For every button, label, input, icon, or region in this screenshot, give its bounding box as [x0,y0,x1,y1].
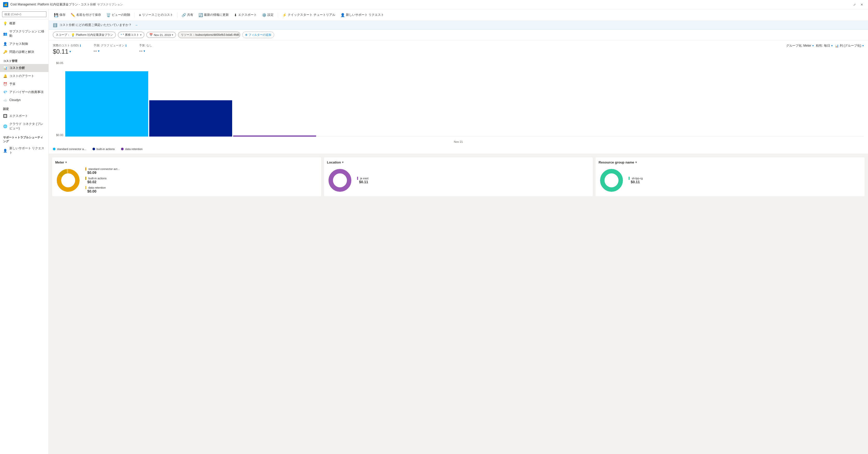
add-filter-button[interactable]: ⊕ フィルターの追加 [242,32,274,38]
budget-value: -- [139,48,143,54]
legend-dot-standard [53,148,56,150]
search-input[interactable] [2,11,46,17]
sidebar-item-label: エクスポート [9,114,28,118]
sidebar-item-move-subscription[interactable]: 👥 サブスクリプション に移動 [0,27,49,40]
cost-type-filter[interactable]: * * 累積コスト ▾ [118,32,144,38]
sidebar-item-advisor[interactable]: 💎 アドバイザーの推薦事項 [0,88,49,96]
sidebar-item-new-support[interactable]: 👤 新しいサポート リクエスト [0,144,49,157]
restore-button[interactable]: ⤢ [851,2,858,7]
share-button[interactable]: 🔗 共有 [180,12,195,18]
meter-legend-item-0: standard connector act... $0.09 [85,168,318,175]
sidebar-item-label: アドバイザーの推薦事項 [9,90,43,94]
sidebar-item-label: サブスクリプション に移動 [9,29,45,38]
sidebar-item-cost-analysis[interactable]: 📊 コスト分析 [0,64,49,72]
access-icon: 👤 [3,42,7,46]
granularity-control[interactable]: 粒性: 毎日 ▾ [816,43,833,48]
app-subtitle: サブスクリプション [97,3,123,6]
resource-cost-button[interactable]: ≡ リソースごとのコスト [137,12,175,18]
sidebar-item-access-control[interactable]: 👤 アクセス制御 [0,40,49,48]
alert-link[interactable]: → [135,23,138,27]
support-request-button[interactable]: 👤 新しいサポート リクエスト [338,12,386,18]
chart-y-axis: $0.05 $0.00 [53,61,65,137]
cost-analysis-icon: 📊 [3,66,7,70]
section-settings: 設定 [0,104,49,112]
sidebar-item-cloud-connector[interactable]: 🌐 クラウド コネクタ (プレビュー) [0,120,49,132]
save-as-button[interactable]: ✏️ 名前を付けて保存 [69,12,103,18]
sidebar-item-label: コスト分析 [9,66,25,70]
actual-cost-dropdown-icon[interactable]: ▾ [69,50,71,53]
alert-banner: ℹ️ コスト分析 にどの程度ご満足いただいていますか？ → [49,21,868,30]
location-card-content: ja east $0.11 [327,168,590,193]
settings-label: 設定 [268,13,274,17]
date-filter[interactable]: 📅 Nov 21, 2019 ▾ [146,32,176,38]
legend-label-standard: standard connector a... [57,147,86,151]
sidebar-item-budget[interactable]: ⏰ 予算 [0,80,49,88]
location-card-header[interactable]: Location ▾ [327,160,590,164]
toolbar-divider-3 [278,12,278,18]
delete-icon: 🗑️ [106,13,111,17]
bar-2-builtin [149,100,232,137]
location-legend-item-0: ja east $0.11 [357,177,590,184]
sidebar-item-cost-alerts[interactable]: 🔔 コストのアラート [0,72,49,80]
cost-type-dropdown-icon: ▾ [140,33,142,36]
meter-card-header[interactable]: Meter ▾ [55,160,318,164]
date-value: Nov 21, 2019 [154,33,171,36]
settings-button[interactable]: ⚙️ 設定 [260,12,276,18]
close-button[interactable]: ✕ [859,2,865,7]
meter-card: Meter ▾ [52,157,321,197]
group-by-control[interactable]: グループ化: Meter ▾ [786,43,814,48]
save-button[interactable]: 💾 保存 [52,12,68,18]
resource-group-dropdown-icon: ▾ [635,161,637,164]
scope-icon: 💡 [71,33,75,37]
toolbar-divider-2 [177,12,178,18]
sidebar-item-overview[interactable]: 💡 概要 [0,20,49,27]
date-dropdown-icon: ▾ [172,33,173,36]
sidebar-item-export[interactable]: 🔲 エクスポート [0,112,49,120]
new-support-icon: 👤 [3,149,7,153]
chart-container: $0.05 $0.00 Nov 21 [53,61,864,144]
meter-donut-chart [55,168,81,193]
budget-dropdown-icon[interactable]: ▾ [144,49,145,53]
cloudyn-icon: ☁️ [3,98,7,102]
sidebar-search-area [0,9,49,20]
sidebar-item-diagnose[interactable]: 🔑 問題の診断と解決 [0,48,49,56]
metrics-right: グループ化: Meter ▾ 粒性: 毎日 ▾ 📊 列 (グループ化) ▾ [786,43,864,48]
refresh-button[interactable]: 🔄 最新の情報に更新 [196,12,231,18]
forecast-info-icon[interactable]: ℹ [125,44,127,48]
forecast-label: 予測: グラフ ビューオン [94,43,124,48]
meter-legend-label-1: built-in actions [88,177,106,180]
resource-cost-icon: ≡ [139,13,141,17]
export-button[interactable]: ⬇ エクスポート [232,12,259,18]
advisor-icon: 💎 [3,90,7,94]
move-icon: 👥 [3,32,7,36]
meter-legend-item-1: built-in actions $0.02 [85,177,318,184]
save-label: 保存 [59,13,66,17]
overview-icon: 💡 [3,22,7,26]
sidebar-item-label: 予算 [9,82,16,86]
quickstart-button[interactable]: ⚡ クイックスタート チュートリアル [280,12,337,18]
window-controls: ⤢ ✕ [851,2,865,7]
scope-label: スコープ： [56,33,70,37]
sidebar-item-cloudyn[interactable]: ☁️ Cloudyn [0,96,49,104]
cloud-connector-icon: 🌐 [3,124,7,128]
resource-filter[interactable]: リソース：/subscriptions/db56efb3-bda6-4fd8-a… [178,32,240,38]
location-card: Location ▾ [323,157,593,197]
actual-info-icon[interactable]: ℹ [80,44,81,48]
filter-bar: スコープ： 💡 Platform 社内従量課金プラン * * 累積コスト ▾ 📅… [49,30,868,40]
support-label: 新しいサポート リクエスト [346,13,384,17]
resource-group-legend-value-0: $0.11 [631,180,862,184]
delete-view-button[interactable]: 🗑️ ビューの削除 [104,12,132,18]
cost-type-value: * 累積コスト [123,33,139,37]
save-as-icon: ✏️ [71,13,75,17]
y-axis-label-bottom: $0.00 [56,133,63,137]
chart-type-control[interactable]: 📊 列 (グループ化) ▾ [835,43,864,48]
sidebar: 💡 概要 👥 サブスクリプション に移動 👤 アクセス制御 🔑 問題の診断と解決… [0,9,49,454]
forecast-dropdown-icon[interactable]: ▾ [98,49,99,53]
bar-1-standard [65,71,148,137]
resource-group-card-header[interactable]: Resource group name ▾ [598,160,862,164]
sidebar-item-label: 概要 [9,21,16,26]
legend-dot-retention [121,148,124,150]
cost-alerts-icon: 🔔 [3,74,7,78]
scope-filter[interactable]: スコープ： 💡 Platform 社内従量課金プラン [53,32,116,38]
resource-group-donut-svg [598,168,624,193]
